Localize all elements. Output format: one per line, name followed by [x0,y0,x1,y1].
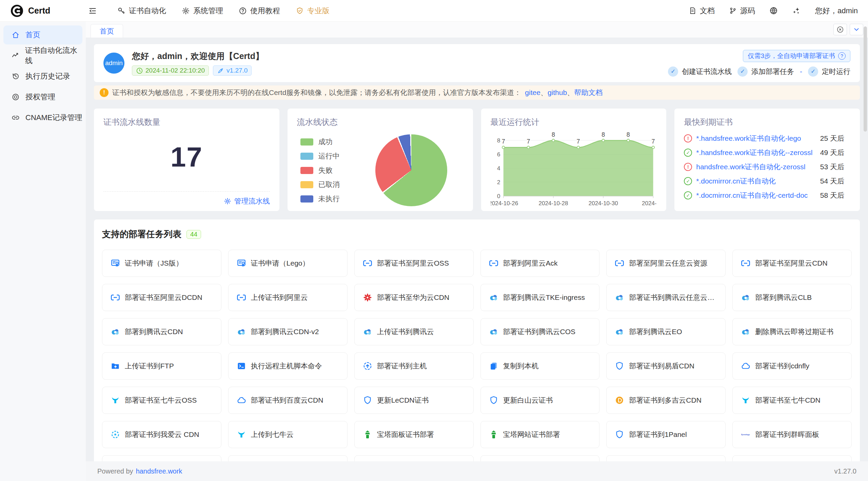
tencent-icon [615,327,624,336]
task-card[interactable]: 部署到腾讯云TKE-ingress [480,284,600,311]
task-card[interactable]: 部署证书到腾讯云COS [480,318,600,345]
svg-text:6: 6 [497,151,500,158]
nav-menu-1[interactable]: 证书自动化 [117,6,166,16]
handsfree-link[interactable]: handsfree.work [136,467,182,475]
task-card[interactable]: 复制到本机 [480,352,600,380]
legend-item-5[interactable]: 未执行 [300,194,340,204]
key-icon [117,7,125,15]
task-card[interactable]: 部署到腾讯云CDN [102,318,221,345]
task-card[interactable]: 部署到阿里云Ack [480,250,600,277]
dashed-circle-icon [111,430,120,439]
notice-link-gitee[interactable]: gitee [525,89,540,96]
task-card[interactable]: 部署证书到易盾CDN [606,352,726,380]
legend-item-3[interactable]: 失败 [300,166,340,175]
task-card[interactable]: 部署证书至华为云CDN [354,284,474,311]
legend-swatch [300,167,313,174]
task-card[interactable]: 执行远程主机脚本命令 [228,352,348,380]
task-card-partial[interactable] [354,455,474,461]
task-card[interactable]: 上传证书到FTP [102,352,221,380]
nav-link-2[interactable]: 源码 [729,6,755,16]
task-card[interactable]: 宝塔面板证书部署 [354,421,474,448]
task-card[interactable]: 证书申请（Lego） [228,250,348,277]
svg-text:2024-11-: 2024-11- [642,200,657,207]
sidebar-item-2[interactable]: 证书自动化流水线 [3,46,82,65]
guide-badge[interactable]: 仅需3步，全自动申请部署证书 ? [743,50,850,62]
tencent-icon [741,293,750,302]
task-card-partial[interactable] [732,455,852,461]
task-card[interactable]: 上传证书到阿里云 [228,284,348,311]
task-card[interactable]: 部署证书到腾讯云任意云资源 [606,284,726,311]
sidebar-item-1[interactable]: 首页 [3,25,82,44]
days-remaining: 25 天后 [820,134,850,143]
notice-links: gitee、github、帮助文档 [525,88,603,97]
task-card[interactable]: 部署证书至七牛云OSS [102,387,221,414]
huawei-icon [363,293,372,302]
task-card[interactable]: 更新LeCDN证书 [354,387,474,414]
app-logo[interactable]: Certd [10,4,78,18]
globe-icon[interactable] [769,6,778,15]
task-card[interactable]: 删除腾讯云即将过期证书 [732,318,852,345]
task-card[interactable]: 宝塔网站证书部署 [480,421,600,448]
task-card[interactable]: 更新白山云证书 [480,387,600,414]
task-card-partial[interactable] [606,455,726,461]
task-card[interactable]: 部署证书到多吉云CDN [606,387,726,414]
task-card[interactable]: 部署证书至七牛CDN [732,387,852,414]
nav-menu-2[interactable]: 系统管理 [182,6,223,16]
tab-home[interactable]: 首页 [91,24,123,38]
footer: Powered by handsfree.work v1.27.0 [86,461,868,481]
task-card[interactable]: 部署证书到cdnfly [732,352,852,380]
welcome-title: 您好，admin，欢迎使用【Certd】 [132,51,264,62]
task-card-partial[interactable] [480,455,600,461]
user-greeting[interactable]: 您好，admin [815,6,858,16]
nav-menu-4[interactable]: 专业版 [296,6,330,16]
vip-icon [296,7,304,15]
nav-link-1[interactable]: 文档 [689,6,715,16]
task-card[interactable]: 部署到腾讯云CLB [732,284,852,311]
menu-fold-icon[interactable] [88,6,97,15]
expiring-cert-row-5: ✓ *.docmirror.cn证书自动化-certd-doc 58 天后 [684,191,850,200]
task-card[interactable]: 证书申请（JS版） [102,250,221,277]
task-card[interactable]: Synology部署证书到群晖面板 [732,421,852,448]
avatar[interactable]: admin [103,53,124,74]
cert-link[interactable]: handsfree.work证书自动化-zerossl [696,162,816,172]
task-card[interactable]: 上传到七牛云 [228,421,348,448]
legend-item-4[interactable]: 已取消 [300,180,340,189]
nav-menu-3[interactable]: 使用教程 [239,6,280,16]
close-tabs-button[interactable] [833,24,847,35]
task-card[interactable]: 部署到腾讯云CDN-v2 [228,318,348,345]
notice-link-帮助文档[interactable]: 帮助文档 [574,89,603,96]
task-card[interactable]: 部署证书到我爱云 CDN [102,421,221,448]
scrollbar-thumb[interactable] [864,26,867,132]
task-card[interactable]: 部署证书到主机 [354,352,474,380]
cert-link[interactable]: *.handsfree.work证书自动化--zerossl [696,148,816,157]
legend-item-2[interactable]: 运行中 [300,151,340,161]
tab-bar: 首页 [86,22,868,38]
task-card[interactable]: 上传证书到腾讯云 [354,318,474,345]
check-icon: ✓ [808,66,818,77]
legend-item-1[interactable]: 成功 [300,137,340,147]
sidebar-item-5[interactable]: CNAME记录管理 [3,108,82,127]
task-card[interactable]: 部署证书至阿里云OSS [354,250,474,277]
tasks-title: 支持的部署任务列表 [102,228,181,240]
cert-link[interactable]: *.handsfree.work证书自动化-lego [696,134,816,143]
notice-link-github[interactable]: github [548,89,567,96]
sidebar-item-3[interactable]: 执行历史记录 [3,67,82,86]
task-card[interactable]: 部署到腾讯云EO [606,318,726,345]
sidebar-item-4[interactable]: 授权管理 [3,88,82,107]
sparkles-icon[interactable] [792,6,801,15]
pipeline-icon [12,52,19,60]
task-card-partial[interactable] [228,455,348,461]
task-card[interactable]: 部署证书到1Panel [606,421,726,448]
task-card[interactable]: 部署证书至阿里云DCDN [102,284,221,311]
tab-menu-button[interactable] [850,24,863,35]
cert-link[interactable]: *.docmirror.cn证书自动化 [696,176,816,186]
success-circle-icon: ✓ [684,149,692,157]
cert-link[interactable]: *.docmirror.cn证书自动化-certd-doc [696,191,816,200]
manage-pipelines-link[interactable]: 管理流水线 [224,196,270,206]
task-card[interactable]: 部署证书至阿里云CDN [732,250,852,277]
task-card-partial[interactable] [102,455,221,461]
task-card[interactable]: 部署至阿里云任意云资源 [606,250,726,277]
rocket-icon [217,67,224,74]
task-card[interactable]: 部署证书到百度云CDN [228,387,348,414]
pipeline-status-card: 流水线状态 成功运行中失败已取消未执行 [288,109,473,211]
